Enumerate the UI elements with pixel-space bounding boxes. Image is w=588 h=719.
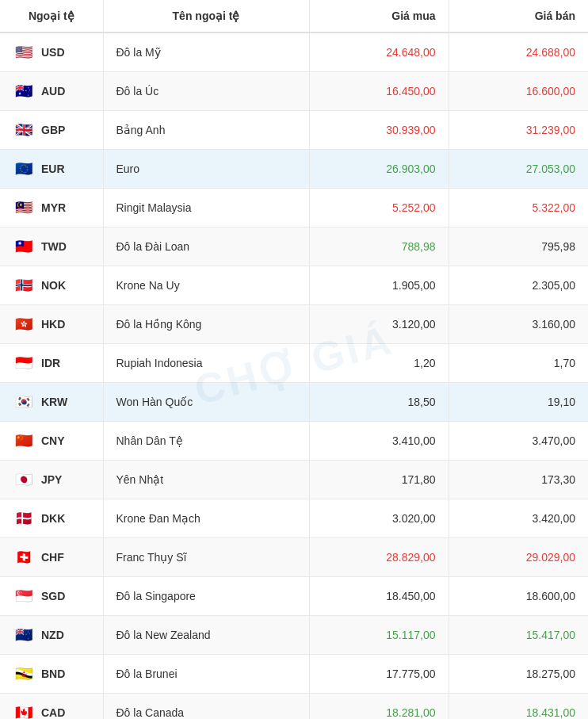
buy-price-value: 171,80 [402, 473, 436, 486]
sell-price-value: 27.053,00 [526, 163, 575, 175]
flag-icon: 🇭🇰 [13, 313, 35, 335]
currency-name-cell: Ringit Malaysia [103, 189, 309, 228]
currency-name-label: Rupiah Indonesia [116, 357, 203, 369]
table-row: 🇹🇼 TWD Đô la Đài Loan 788,98 795,98 [0, 228, 588, 266]
buy-price-cell: 171,80 [309, 461, 449, 499]
currency-code-cell: 🇨🇳 CNY [0, 422, 103, 461]
currency-name-cell: Yên Nhật [103, 461, 309, 499]
flag-icon: 🇨🇭 [13, 546, 35, 568]
buy-price-cell: 18.281,00 [309, 694, 449, 720]
flag-icon: 🇸🇬 [13, 585, 35, 607]
currency-code-cell: 🇺🇸 USD [0, 33, 103, 72]
sell-price-cell: 16.600,00 [449, 72, 588, 111]
buy-price-value: 28.829,00 [386, 551, 435, 564]
buy-price-value: 26.903,00 [386, 163, 435, 175]
buy-price-cell: 15.117,00 [309, 616, 449, 655]
buy-price-cell: 24.648,00 [309, 33, 449, 72]
currency-code-label: CNY [41, 434, 65, 447]
buy-price-cell: 3.020,00 [309, 499, 449, 538]
flag-icon: 🇨🇦 [13, 702, 35, 719]
table-row: 🇳🇴 NOK Krone Na Uy 1.905,00 2.305,00 [0, 266, 588, 305]
sell-price-value: 18.431,00 [526, 706, 575, 719]
header-name: Tên ngoại tệ [103, 0, 309, 33]
sell-price-value: 5.322,00 [533, 201, 576, 214]
buy-price-cell: 28.829,00 [309, 538, 449, 577]
currency-code-cell: 🇩🇰 DKK [0, 499, 103, 538]
currency-name-cell: Đô la Đài Loan [103, 228, 309, 266]
flag-icon: 🇯🇵 [13, 468, 35, 491]
header-sell: Giá bán [449, 0, 588, 33]
buy-price-cell: 5.252,00 [309, 189, 449, 228]
currency-code-label: BND [41, 667, 65, 680]
currency-name-cell: Đô la Úc [103, 72, 309, 111]
sell-price-cell: 173,30 [449, 461, 588, 499]
sell-price-value: 1,70 [554, 357, 575, 369]
currency-code-label: NZD [41, 629, 64, 641]
sell-price-value: 16.600,00 [526, 85, 575, 98]
currency-code-cell: 🇪🇺 EUR [0, 150, 103, 189]
sell-price-cell: 795,98 [449, 228, 588, 266]
flag-icon: 🇧🇳 [13, 663, 35, 685]
buy-price-value: 17.775,00 [386, 667, 435, 680]
buy-price-value: 30.939,00 [386, 124, 435, 136]
table-row: 🇸🇬 SGD Đô la Singapore 18.450,00 18.600,… [0, 577, 588, 616]
sell-price-cell: 18.600,00 [449, 577, 588, 616]
currency-code-label: MYR [41, 201, 66, 214]
currency-name-cell: Đô la Hồng Kông [103, 305, 309, 344]
currency-code-cell: 🇧🇳 BND [0, 655, 103, 694]
currency-code-cell: 🇦🇺 AUD [0, 72, 103, 111]
buy-price-cell: 30.939,00 [309, 111, 449, 150]
flag-icon: 🇬🇧 [13, 119, 35, 141]
currency-code-label: USD [41, 46, 65, 59]
flag-icon: 🇳🇴 [13, 274, 35, 296]
table-row: 🇰🇷 KRW Won Hàn Quốc 18,50 19,10 [0, 383, 588, 422]
currency-name-cell: Bảng Anh [103, 111, 309, 150]
currency-name-label: Đô la Đài Loan [116, 240, 190, 253]
currency-code-cell: 🇰🇷 KRW [0, 383, 103, 422]
currency-code-label: JPY [41, 473, 62, 486]
currency-code-label: DKK [41, 512, 65, 525]
sell-price-value: 2.305,00 [533, 279, 576, 292]
sell-price-value: 15.417,00 [526, 629, 575, 641]
table-row: 🇯🇵 JPY Yên Nhật 171,80 173,30 [0, 461, 588, 499]
currency-code-cell: 🇳🇴 NOK [0, 266, 103, 305]
flag-icon: 🇪🇺 [13, 158, 35, 180]
flag-icon: 🇳🇿 [13, 624, 35, 646]
currency-name-cell: Nhân Dân Tệ [103, 422, 309, 461]
currency-name-cell: Krone Đan Mạch [103, 499, 309, 538]
sell-price-value: 3.160,00 [533, 318, 576, 331]
sell-price-value: 3.470,00 [533, 434, 576, 447]
currency-code-label: GBP [41, 124, 65, 136]
table-row: 🇳🇿 NZD Đô la New Zealand 15.117,00 15.41… [0, 616, 588, 655]
flag-icon: 🇺🇸 [13, 41, 35, 63]
sell-price-cell: 18.431,00 [449, 694, 588, 720]
sell-price-value: 19,10 [548, 396, 575, 408]
sell-price-cell: 27.053,00 [449, 150, 588, 189]
currency-code-cell: 🇬🇧 GBP [0, 111, 103, 150]
buy-price-value: 16.450,00 [386, 85, 435, 98]
flag-icon: 🇰🇷 [13, 391, 35, 413]
buy-price-value: 3.120,00 [392, 318, 436, 331]
currency-code-cell: 🇹🇼 TWD [0, 228, 103, 266]
sell-price-cell: 3.160,00 [449, 305, 588, 344]
buy-price-value: 15.117,00 [386, 629, 435, 641]
currency-name-label: Đô la New Zealand [116, 629, 211, 641]
currency-name-label: Krone Đan Mạch [116, 512, 200, 525]
flag-icon: 🇩🇰 [13, 507, 35, 530]
currency-code-label: EUR [41, 163, 65, 175]
currency-code-label: IDR [41, 357, 60, 369]
currency-code-cell: 🇨🇭 CHF [0, 538, 103, 577]
sell-price-cell: 3.470,00 [449, 422, 588, 461]
buy-price-value: 18.281,00 [386, 706, 435, 719]
sell-price-value: 29.029,00 [526, 551, 575, 564]
currency-name-label: Won Hàn Quốc [116, 396, 193, 408]
currency-code-label: KRW [41, 396, 67, 408]
buy-price-value: 788,98 [402, 240, 436, 253]
currency-name-label: Đô la Singapore [116, 590, 196, 602]
buy-price-value: 1.905,00 [392, 279, 436, 292]
sell-price-cell: 15.417,00 [449, 616, 588, 655]
buy-price-cell: 788,98 [309, 228, 449, 266]
buy-price-value: 3.410,00 [392, 434, 436, 447]
sell-price-cell: 1,70 [449, 344, 588, 383]
sell-price-value: 18.275,00 [526, 667, 575, 680]
